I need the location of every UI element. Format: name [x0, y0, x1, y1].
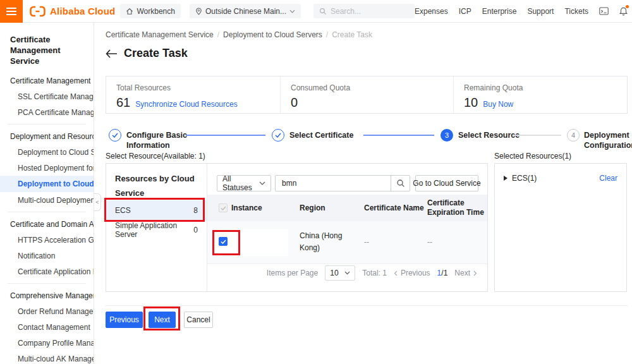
main-content: Certificate Management Service / Deploym… — [94, 23, 632, 364]
instances-table-area: All Statuses bmn Go to Cloud Service — [207, 164, 487, 291]
region-label: Outside Chinese Main... — [205, 7, 286, 16]
nav-icp[interactable]: ICP — [459, 7, 471, 16]
col-region: Region — [300, 203, 325, 213]
sidebar-item-deployment-cloud-active[interactable]: Deployment to Cloud Se — [0, 176, 94, 192]
sidebar-group-certificate-management[interactable]: Certificate Management — [0, 73, 94, 88]
hamburger-menu-icon[interactable] — [0, 0, 23, 23]
sidebar-item-order-refund[interactable]: Order Refund Manageme — [0, 303, 94, 319]
buy-now-link[interactable]: Buy Now — [483, 100, 513, 109]
nav-expenses[interactable]: Expenses — [415, 7, 448, 16]
service-count: 8 — [193, 206, 198, 215]
sidebar-item-hosted-deployment[interactable]: Hosted Deployment for C — [0, 160, 94, 176]
pagination: Items per Page 10 Total: 1 Previous 1/1 — [267, 265, 477, 281]
step-connector — [513, 135, 561, 136]
col-certificate-expiration: Certificate Expiration Time — [427, 198, 485, 217]
check-icon — [275, 133, 281, 138]
sidebar-group-deployment-resource[interactable]: Deployment and Resource M — [0, 128, 94, 144]
sidebar-divider — [8, 212, 86, 212]
resource-selection-panel: Resources by Cloud Service ECS 8 Simple … — [106, 163, 488, 292]
row-checkbox[interactable] — [219, 237, 228, 246]
go-to-cloud-service-button[interactable]: Go to Cloud Service — [415, 175, 478, 191]
selected-resources-panel: ECS(1) Clear — [494, 163, 627, 292]
search-placeholder: Search... — [331, 7, 361, 16]
step-2-label: Select Certificate — [289, 130, 365, 140]
selected-tree-item-ecs[interactable]: ECS(1) — [504, 174, 537, 183]
global-search-input[interactable]: Search... — [313, 4, 415, 18]
sidebar-item-certificate-application[interactable]: Certificate Application Re — [0, 264, 94, 279]
col-certificate-name: Certificate Name — [364, 203, 424, 213]
notifications-bell-icon[interactable] — [619, 7, 628, 16]
sidebar-item-https-acceleration[interactable]: HTTPS Acceleration Gate — [0, 232, 94, 248]
sidebar-item-multicloud-ak[interactable]: Multi-cloud AK Managem — [0, 351, 94, 364]
notification-dot — [626, 5, 629, 8]
breadcrumb-separator: / — [326, 30, 328, 39]
cell-certificate-expiration: -- — [427, 236, 432, 248]
status-filter-dropdown[interactable]: All Statuses — [217, 175, 271, 191]
synchronize-cloud-resources-link[interactable]: Synchronize Cloud Resources — [135, 100, 237, 109]
next-page-button[interactable]: Next — [454, 269, 477, 277]
workbench-label: Workbench — [137, 7, 174, 16]
sidebar-group-certificate-domain[interactable]: Certificate and Domain Appl — [0, 216, 94, 232]
cancel-button[interactable]: Cancel — [184, 312, 213, 328]
previous-page-button[interactable]: Previous — [394, 269, 430, 277]
service-item-ecs[interactable]: ECS 8 — [106, 200, 207, 221]
step-4-label: Deployment Configuration — [584, 130, 632, 150]
select-all-checkbox[interactable] — [219, 203, 228, 212]
sidebar-item-notification[interactable]: Notification — [0, 248, 94, 264]
sidebar-item-pca-certificate[interactable]: PCA Certificate Managem — [0, 104, 94, 120]
sidebar-collapse-button[interactable]: < — [94, 193, 101, 211]
resources-by-service-list: Resources by Cloud Service ECS 8 Simple … — [106, 164, 207, 291]
stat-value: 0 — [291, 95, 298, 110]
service-count: 0 — [193, 226, 198, 234]
nav-enterprise[interactable]: Enterprise — [482, 7, 517, 16]
alibaba-cloud-console: Alibaba Cloud Workbench Outside Chinese … — [0, 0, 632, 364]
items-per-page-label: Items per Page — [267, 269, 318, 277]
sidebar-divider — [8, 283, 86, 284]
region-selector[interactable]: Outside Chinese Main... — [190, 4, 301, 18]
alibaba-cloud-logo[interactable]: Alibaba Cloud — [29, 6, 115, 17]
breadcrumb-service[interactable]: Certificate Management Service — [106, 30, 214, 39]
cell-certificate-name: -- — [364, 236, 369, 248]
sidebar-item-deployment-cloud-servers[interactable]: Deployment to Cloud Ser — [0, 144, 94, 160]
page-indicator: 1/1 — [437, 269, 448, 277]
check-icon — [112, 133, 118, 138]
clear-selection-link[interactable]: Clear — [599, 174, 617, 183]
service-name: ECS — [115, 206, 131, 215]
sidebar-item-ssl-certificate[interactable]: SSL Certificate Managem — [0, 88, 94, 104]
next-button[interactable]: Next — [149, 312, 176, 328]
step-4-circle: 4 — [567, 129, 580, 142]
stat-consumed-quota: Consumed Quota 0 — [280, 76, 453, 113]
breadcrumb-current: Create Task — [332, 30, 372, 39]
total-count: Total: 1 — [362, 269, 387, 277]
console-terminal-icon[interactable] — [599, 7, 609, 15]
workbench-button[interactable]: Workbench — [120, 4, 180, 18]
alibaba-logo-mark-icon — [29, 6, 46, 17]
status-filter-value: All Statuses — [222, 174, 259, 192]
previous-button[interactable]: Previous — [106, 312, 143, 328]
search-submit-button[interactable] — [391, 176, 410, 191]
previous-label: Previous — [401, 269, 430, 277]
sidebar-item-contact-management[interactable]: Contact Management — [0, 319, 94, 335]
next-label: Next — [454, 269, 470, 277]
home-icon — [126, 8, 133, 15]
page-size-value: 10 — [330, 269, 338, 277]
stat-value: 61 — [116, 95, 130, 110]
nav-tickets[interactable]: Tickets — [564, 7, 588, 16]
instance-search-input[interactable]: bmn — [275, 175, 410, 191]
stat-remaining-quota: Remaining Quota 10 Buy Now — [453, 76, 627, 113]
table-row[interactable]: China (Hong Kong) -- -- — [207, 221, 487, 264]
sidebar-divider — [8, 124, 86, 124]
chevron-down-icon — [259, 181, 265, 185]
back-arrow-icon[interactable] — [106, 49, 118, 58]
nav-support[interactable]: Support — [527, 7, 554, 16]
sidebar-item-multicloud-deployment[interactable]: Multi-cloud Deployment — [0, 192, 94, 208]
search-icon — [319, 8, 327, 15]
breadcrumb-deployment[interactable]: Deployment to Cloud Servers — [223, 30, 322, 39]
sidebar-group-comprehensive[interactable]: Comprehensive Managemen — [0, 288, 94, 303]
breadcrumb: Certificate Management Service / Deploym… — [106, 30, 372, 39]
service-item-simple-application-server[interactable]: Simple Application Server 0 — [106, 221, 207, 240]
header-nav: Expenses ICP Enterprise Support Tickets … — [415, 7, 632, 16]
page-size-dropdown[interactable]: 10 — [325, 265, 355, 281]
sidebar-item-company-profile[interactable]: Company Profile Manage — [0, 335, 94, 351]
stat-label: Total Resources — [116, 83, 280, 92]
